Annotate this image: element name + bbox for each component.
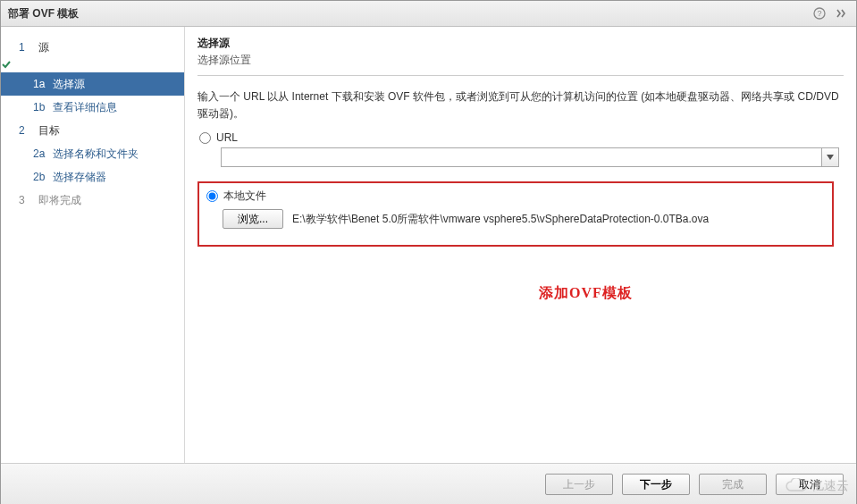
sidebar-item-destination[interactable]: 2 目标 [1, 119, 184, 142]
cancel-button[interactable]: 取消 [776, 474, 844, 495]
page-description: 输入一个 URL 以从 Internet 下载和安装 OVF 软件包，或者浏览到… [197, 88, 844, 122]
divider [197, 75, 844, 76]
sidebar-item-source[interactable]: 1 源 [1, 36, 184, 59]
sidebar-item-label: 源 [38, 40, 49, 55]
sidebar-item-label: 选择名称和文件夹 [53, 147, 139, 162]
sidebar-item-label: 查看详细信息 [53, 100, 117, 115]
wizard-sidebar: 1 源 1a 选择源 1b 查看详细信息 2 目标 [1, 27, 185, 463]
option-local-file-label: 本地文件 [223, 189, 266, 204]
sidebar-item-review-details[interactable]: 1b 查看详细信息 [1, 96, 184, 119]
option-local-file[interactable]: 本地文件 [205, 189, 825, 204]
annotation-text: 添加OVF模板 [539, 284, 633, 303]
svg-text:?: ? [817, 9, 821, 18]
finish-button[interactable]: 完成 [699, 474, 767, 495]
page-subtitle: 选择源位置 [197, 53, 844, 68]
sidebar-item-ready-to-complete[interactable]: 3 即将完成 [1, 189, 184, 212]
selected-file-path: E:\教学软件\Benet 5.0所需软件\vmware vsphere5.5\… [292, 212, 709, 227]
radio-local-file[interactable] [206, 190, 218, 202]
sidebar-item-label: 目标 [38, 123, 60, 139]
dialog-title: 部署 OVF 模板 [8, 6, 79, 21]
sidebar-item-label: 即将完成 [38, 193, 81, 208]
option-url[interactable]: URL [197, 131, 844, 144]
back-button[interactable]: 上一步 [545, 474, 613, 495]
url-input[interactable] [221, 147, 839, 167]
url-combobox[interactable] [221, 147, 839, 167]
browse-button[interactable]: 浏览... [223, 209, 283, 229]
radio-url[interactable] [199, 132, 211, 144]
deploy-ovf-dialog: 部署 OVF 模板 ? 1 源 1a 选择源 [0, 0, 857, 504]
sidebar-item-select-source[interactable]: 1a 选择源 [1, 72, 184, 96]
sidebar-item-label: 选择存储器 [53, 170, 106, 185]
sidebar-item-label: 选择源 [53, 77, 85, 92]
wizard-footer: 上一步 下一步 完成 取消 [1, 463, 856, 504]
sidebar-item-select-name-folder[interactable]: 2a 选择名称和文件夹 [1, 142, 184, 165]
next-button[interactable]: 下一步 [622, 474, 690, 495]
titlebar: 部署 OVF 模板 ? [1, 1, 856, 27]
wizard-content: 选择源 选择源位置 输入一个 URL 以从 Internet 下载和安装 OVF… [185, 27, 856, 463]
option-url-label: URL [216, 131, 238, 144]
sidebar-item-select-storage[interactable]: 2b 选择存储器 [1, 165, 184, 189]
chevron-down-icon[interactable] [821, 148, 838, 166]
page-title: 选择源 [197, 36, 844, 51]
expand-icon[interactable] [833, 5, 849, 21]
check-icon [1, 60, 12, 72]
help-icon[interactable]: ? [811, 5, 828, 21]
local-file-highlight-box: 本地文件 浏览... E:\教学软件\Benet 5.0所需软件\vmware … [197, 181, 834, 247]
